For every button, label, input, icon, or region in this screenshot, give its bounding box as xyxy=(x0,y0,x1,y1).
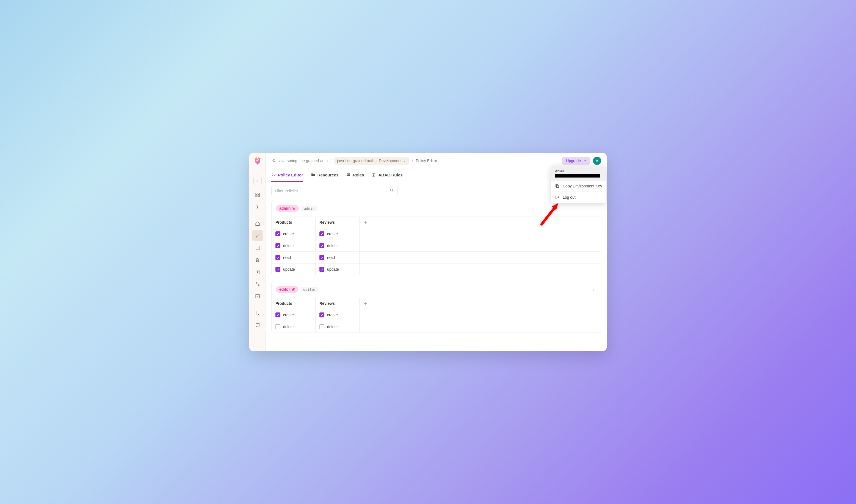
nav-settings-icon[interactable] xyxy=(252,201,263,212)
user-avatar[interactable]: A xyxy=(593,157,601,165)
breadcrumb-project[interactable]: java-spring-fine-grained-auth xyxy=(279,159,328,163)
checkbox[interactable] xyxy=(319,231,324,236)
upgrade-button[interactable]: Upgrade xyxy=(562,157,590,165)
role-pill[interactable]: admin xyxy=(276,205,299,212)
plus-icon xyxy=(363,301,368,306)
logout[interactable]: Log out xyxy=(551,192,606,203)
nav-audit-icon[interactable] xyxy=(252,267,263,277)
checkbox[interactable] xyxy=(319,255,324,260)
card-menu-icon[interactable] xyxy=(590,286,596,293)
role-key: editor xyxy=(301,287,318,292)
sigma-icon xyxy=(372,173,376,177)
nav-policy-icon[interactable] xyxy=(252,230,263,241)
content: adminadminProductsReviewscreatecreatedel… xyxy=(266,200,607,351)
checkbox[interactable] xyxy=(275,243,280,248)
policy-grid: ProductsReviewscreatecreatedeletedeleter… xyxy=(272,217,601,275)
permission-cell[interactable]: create xyxy=(272,228,316,240)
column-header: Reviews xyxy=(316,217,359,228)
svg-rect-1 xyxy=(258,193,259,194)
permission-label: read xyxy=(327,255,335,260)
empty-cell xyxy=(359,321,601,332)
permission-label: delete xyxy=(327,325,338,329)
checkbox[interactable] xyxy=(319,312,324,318)
breadcrumb-current: Policy Editor xyxy=(416,159,437,163)
permission-label: update xyxy=(283,267,295,271)
checkbox[interactable] xyxy=(275,324,280,329)
chevron-updown-icon xyxy=(403,159,406,162)
add-resource[interactable] xyxy=(359,217,601,228)
breadcrumb-env-label: Development xyxy=(379,159,402,163)
svg-point-15 xyxy=(256,283,257,283)
checkbox[interactable] xyxy=(275,231,280,236)
svg-rect-27 xyxy=(349,174,350,175)
svg-point-26 xyxy=(347,174,348,175)
permission-cell[interactable]: delete xyxy=(272,240,316,251)
user-dropdown: Ankur Copy Environment Key Log out xyxy=(551,166,606,203)
nav-apps-icon[interactable] xyxy=(252,190,263,200)
card-header: adminadmin xyxy=(272,200,601,217)
tab-policy-editor[interactable]: Policy Editor xyxy=(271,168,303,182)
nav-help-icon[interactable]: ? xyxy=(252,320,263,330)
role-name: editor xyxy=(279,287,290,292)
permission-label: delete xyxy=(327,244,338,248)
svg-rect-2 xyxy=(256,195,257,197)
permission-cell[interactable]: update xyxy=(272,263,316,275)
search-icon xyxy=(390,188,394,194)
svg-point-29 xyxy=(391,189,393,191)
svg-point-11 xyxy=(257,260,259,262)
role-pill[interactable]: editor xyxy=(276,286,298,293)
checkbox[interactable] xyxy=(275,255,280,260)
checkbox[interactable] xyxy=(275,267,280,272)
svg-point-10 xyxy=(256,260,257,262)
checkbox[interactable] xyxy=(275,312,280,318)
sidebar-divider xyxy=(252,305,263,305)
permission-cell[interactable]: create xyxy=(316,309,359,321)
workspace-badge[interactable]: J xyxy=(253,177,262,185)
permission-cell[interactable]: update xyxy=(316,263,359,275)
svg-point-19 xyxy=(258,314,259,315)
tab-resources[interactable]: Resources xyxy=(311,168,339,182)
empty-cell xyxy=(359,228,601,240)
logout-icon xyxy=(555,195,559,199)
breadcrumb-env-selector[interactable]: java-fine-grained-auth : Development xyxy=(334,157,409,165)
add-resource[interactable] xyxy=(359,298,601,309)
tab-roles[interactable]: Roles xyxy=(346,168,364,182)
permission-cell[interactable]: create xyxy=(316,228,359,240)
dropdown-header: Ankur xyxy=(551,166,606,180)
command-icon xyxy=(292,288,295,291)
policy-card: adminadminProductsReviewscreatecreatedel… xyxy=(271,200,601,275)
svg-text:?: ? xyxy=(257,323,258,326)
checkbox[interactable] xyxy=(319,324,324,329)
role-key: admin xyxy=(302,205,317,211)
permission-cell[interactable]: delete xyxy=(316,240,359,251)
permission-label: create xyxy=(283,313,294,317)
permission-cell[interactable]: delete xyxy=(316,321,359,332)
column-header: Products xyxy=(272,217,316,228)
permission-label: delete xyxy=(283,325,293,329)
tab-abac[interactable]: ABAC Rules xyxy=(372,168,403,182)
svg-point-16 xyxy=(258,285,259,286)
copy-env-key[interactable]: Copy Environment Key xyxy=(551,180,606,192)
checkbox[interactable] xyxy=(319,267,324,272)
permission-cell[interactable]: delete xyxy=(272,321,316,332)
svg-rect-3 xyxy=(258,195,259,197)
tab-label: ABAC Rules xyxy=(378,173,403,177)
nav-docs-icon[interactable] xyxy=(252,307,263,319)
logout-label: Log out xyxy=(563,195,576,199)
sidebar-divider xyxy=(252,216,263,216)
id-icon xyxy=(346,173,351,177)
permission-cell[interactable]: create xyxy=(272,309,316,321)
nav-home-icon[interactable] xyxy=(252,218,263,229)
nav-connect-icon[interactable] xyxy=(252,278,263,290)
nav-terminal-icon[interactable] xyxy=(252,291,263,302)
filter-search[interactable] xyxy=(271,186,398,196)
nav-resources-icon[interactable] xyxy=(252,242,263,253)
svg-point-34 xyxy=(593,288,593,288)
permission-label: create xyxy=(327,232,338,236)
permission-cell[interactable]: read xyxy=(316,251,359,263)
breadcrumb-collapse-icon[interactable] xyxy=(271,159,276,163)
nav-users-icon[interactable] xyxy=(252,254,263,266)
checkbox[interactable] xyxy=(319,243,324,248)
permission-cell[interactable]: read xyxy=(272,251,316,263)
filter-input[interactable] xyxy=(275,189,390,193)
